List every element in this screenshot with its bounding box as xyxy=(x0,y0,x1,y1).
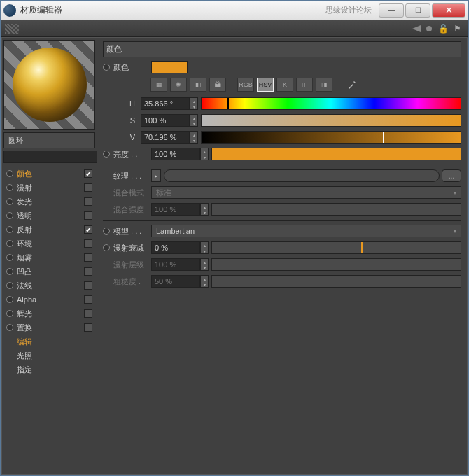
channel-item[interactable]: 发光 xyxy=(2,195,97,209)
channel-item[interactable]: Alpha xyxy=(2,293,97,307)
anim-dot-icon[interactable] xyxy=(103,150,110,158)
close-button[interactable]: ✕ xyxy=(432,4,465,18)
anim-dot-icon[interactable] xyxy=(103,244,110,251)
nav-back-icon[interactable] xyxy=(412,25,421,32)
channel-checkbox[interactable] xyxy=(84,239,92,248)
material-preview[interactable] xyxy=(4,40,95,130)
val-spinner[interactable]: ▴▾ xyxy=(190,131,198,144)
hue-spinner[interactable]: ▴▾ xyxy=(190,97,198,110)
sat-value[interactable]: 100 % xyxy=(141,114,190,127)
roughness-value[interactable]: 50 % xyxy=(151,275,200,288)
anim-dot-icon[interactable] xyxy=(103,64,110,71)
channel-checkbox[interactable] xyxy=(84,295,92,304)
difflevel-spinner[interactable]: ▴▾ xyxy=(200,258,209,271)
blendstrength-value[interactable]: 100 % xyxy=(151,203,200,216)
blendmode-dropdown[interactable]: 标准▾ xyxy=(151,186,461,199)
tag-icon[interactable]: ⚑ xyxy=(451,23,463,34)
roughness-slider[interactable] xyxy=(211,275,461,288)
val-slider[interactable] xyxy=(201,131,461,144)
channel-item[interactable]: 辉光 xyxy=(2,307,97,321)
channel-checkbox[interactable]: ✔ xyxy=(84,169,92,178)
k-button[interactable]: K xyxy=(276,78,293,92)
subitem[interactable]: 光照 xyxy=(2,349,97,363)
hue-slider[interactable] xyxy=(201,97,461,110)
channel-item[interactable]: 环境 xyxy=(2,237,97,251)
rgb-button[interactable]: RGB xyxy=(237,78,254,92)
main-panel: 颜色 颜色 ▦ ✺ ◧ 🏔 RGB HSV K ◫ ◨ H 35.866 ° ▴… xyxy=(97,38,467,474)
grid-icon[interactable]: ▦ xyxy=(150,78,167,92)
channel-label: 透明 xyxy=(17,211,32,221)
brightness-slider[interactable] xyxy=(211,148,461,160)
channel-checkbox[interactable] xyxy=(84,267,92,276)
difffalloff-slider[interactable] xyxy=(211,241,461,254)
anim-dot-icon[interactable] xyxy=(6,296,13,303)
val-value[interactable]: 70.196 % xyxy=(141,131,190,144)
anim-dot-icon[interactable] xyxy=(6,170,13,177)
search-input[interactable] xyxy=(4,150,107,163)
model-dropdown[interactable]: Lambertian▾ xyxy=(151,225,461,237)
channel-checkbox[interactable] xyxy=(84,183,92,192)
channel-item[interactable]: 凹凸 xyxy=(2,265,97,279)
sat-spinner[interactable]: ▴▾ xyxy=(190,114,198,127)
blendstrength-spinner[interactable]: ▴▾ xyxy=(200,203,209,216)
channel-label: 环境 xyxy=(17,239,32,249)
anim-dot-icon[interactable] xyxy=(6,310,13,317)
anim-dot-icon[interactable] xyxy=(6,226,13,233)
channel-item[interactable]: 漫射 xyxy=(2,181,97,195)
minimize-button[interactable]: — xyxy=(379,4,404,18)
anim-dot-icon[interactable] xyxy=(6,198,13,205)
texture-menu-button[interactable]: ▸ xyxy=(151,169,161,182)
difflevel-value[interactable]: 100 % xyxy=(151,258,200,271)
blendstrength-slider[interactable] xyxy=(211,203,461,216)
nav-dot-icon[interactable] xyxy=(426,26,432,31)
channel-checkbox[interactable] xyxy=(84,281,92,290)
lock-icon[interactable]: 🔓 xyxy=(438,23,449,34)
channel-checkbox[interactable] xyxy=(84,211,92,220)
watermark-text: 思缘设计论坛 xyxy=(326,5,372,15)
channel-item[interactable]: 透明 xyxy=(2,209,97,223)
gradient-icon[interactable]: ◧ xyxy=(190,78,206,92)
brightness-value[interactable]: 100 % xyxy=(151,148,200,160)
mixer1-icon[interactable]: ◫ xyxy=(296,78,313,92)
model-label: 模型 . . . xyxy=(113,226,151,237)
channel-item[interactable]: 颜色✔ xyxy=(2,167,97,181)
anim-dot-icon[interactable] xyxy=(6,268,13,275)
anim-dot-icon[interactable] xyxy=(6,240,13,247)
color-swatch[interactable] xyxy=(151,61,188,74)
wheel-icon[interactable]: ✺ xyxy=(170,78,187,92)
texture-browse-button[interactable]: ... xyxy=(442,169,461,182)
difflevel-slider[interactable] xyxy=(211,258,461,271)
subitem[interactable]: 指定 xyxy=(2,363,97,377)
channel-checkbox[interactable] xyxy=(84,253,92,262)
eyedropper-icon[interactable] xyxy=(344,78,360,92)
sat-slider[interactable] xyxy=(201,114,461,127)
difffalloff-spinner[interactable]: ▴▾ xyxy=(200,241,209,254)
anim-dot-icon[interactable] xyxy=(6,212,13,219)
picture-icon[interactable]: 🏔 xyxy=(209,78,226,92)
channel-item[interactable]: 置换 xyxy=(2,321,97,335)
mixer2-icon[interactable]: ◨ xyxy=(316,78,332,92)
hsv-button[interactable]: HSV xyxy=(257,78,274,92)
subitem[interactable]: 编辑 xyxy=(2,335,97,349)
channel-item[interactable]: 烟雾 xyxy=(2,251,97,265)
channel-checkbox[interactable] xyxy=(84,323,92,332)
brightness-spinner[interactable]: ▴▾ xyxy=(200,148,209,160)
anim-dot-icon[interactable] xyxy=(103,227,110,234)
difffalloff-value[interactable]: 0 % xyxy=(151,241,200,254)
anim-dot-icon[interactable] xyxy=(6,184,13,191)
texture-slot[interactable] xyxy=(164,169,440,182)
anim-dot-icon[interactable] xyxy=(6,254,13,261)
channel-checkbox[interactable] xyxy=(84,309,92,318)
channel-item[interactable]: 法线 xyxy=(2,279,97,293)
roughness-spinner[interactable]: ▴▾ xyxy=(200,275,209,288)
channel-checkbox[interactable]: ✔ xyxy=(84,225,92,234)
channel-label: 漫射 xyxy=(17,183,32,193)
hue-value[interactable]: 35.866 ° xyxy=(141,97,190,110)
anim-dot-icon[interactable] xyxy=(6,324,13,331)
anim-dot-icon[interactable] xyxy=(6,282,13,289)
material-name[interactable]: 圆环 xyxy=(4,132,95,148)
blendstrength-label: 混合强度 xyxy=(113,204,151,215)
channel-item[interactable]: 反射✔ xyxy=(2,223,97,237)
maximize-button[interactable]: ☐ xyxy=(405,4,430,18)
channel-checkbox[interactable] xyxy=(84,197,92,206)
